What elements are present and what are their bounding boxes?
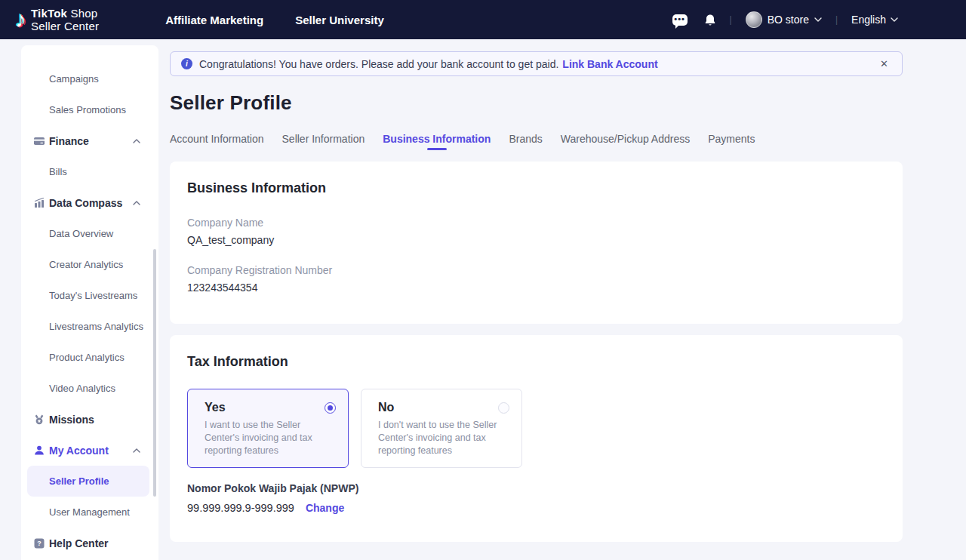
sidebar-item-label: Livestreams Analytics bbox=[49, 321, 143, 332]
sidebar-item-label: Creator Analytics bbox=[49, 259, 123, 270]
chevron-up-icon bbox=[133, 139, 140, 143]
tax-option-no[interactable]: No I don't want to use the Seller Center… bbox=[361, 389, 522, 468]
brand-text: TikTok Shop Seller Center bbox=[31, 7, 99, 32]
top-navbar: ♪ TikTok Shop Seller Center Affiliate Ma… bbox=[0, 0, 966, 39]
store-name: BO store bbox=[768, 14, 809, 26]
sidebar-item-finance[interactable]: Finance bbox=[21, 125, 158, 156]
divider: | bbox=[835, 14, 838, 25]
company-name-value: QA_test_company bbox=[187, 233, 884, 247]
sidebar-item-label: Finance bbox=[49, 135, 89, 147]
bank-account-banner: i Congratulations! You have orders. Plea… bbox=[170, 51, 903, 76]
chat-icon[interactable]: ••• bbox=[672, 14, 688, 26]
profile-tabs: Account Information Seller Information B… bbox=[170, 133, 903, 152]
bell-icon[interactable] bbox=[704, 14, 716, 26]
nav-affiliate-marketing[interactable]: Affiliate Marketing bbox=[165, 14, 263, 26]
radio-unselected-icon[interactable] bbox=[498, 402, 509, 414]
sidebar-item-label: Product Analytics bbox=[49, 352, 125, 363]
store-avatar bbox=[746, 11, 762, 28]
tax-option-yes-title: Yes bbox=[205, 401, 226, 414]
sidebar-item-label: Video Analytics bbox=[49, 383, 115, 394]
tab-brands[interactable]: Brands bbox=[509, 133, 542, 152]
medal-icon bbox=[33, 414, 45, 426]
store-switcher[interactable]: BO store bbox=[746, 11, 822, 28]
sidebar-item-campaigns[interactable]: Campaigns bbox=[21, 63, 158, 94]
credit-card-icon bbox=[33, 135, 45, 147]
close-icon[interactable]: ✕ bbox=[877, 57, 891, 71]
business-information-heading: Business Information bbox=[187, 180, 884, 196]
sidebar-item-label: User Management bbox=[49, 506, 130, 518]
business-information-card: Business Information Company Name QA_tes… bbox=[170, 162, 903, 324]
top-right-controls: ••• | BO store | English bbox=[672, 11, 898, 28]
sidebar-item-data-overview[interactable]: Data Overview bbox=[21, 218, 158, 249]
nav-seller-university[interactable]: Seller University bbox=[295, 14, 384, 26]
question-icon: ? bbox=[33, 537, 45, 549]
tax-option-no-title: No bbox=[378, 401, 394, 414]
sidebar-item-help-center[interactable]: ? Help Center bbox=[21, 528, 158, 558]
tax-options: Yes I want to use the Seller Center's in… bbox=[187, 389, 884, 468]
sidebar-item-missions[interactable]: Missions bbox=[21, 404, 158, 435]
main-content: i Congratulations! You have orders. Plea… bbox=[170, 39, 903, 560]
radio-selected-icon[interactable] bbox=[325, 402, 336, 414]
sidebar-item-data-compass[interactable]: Data Compass bbox=[21, 187, 158, 218]
tax-option-yes[interactable]: Yes I want to use the Seller Center's in… bbox=[187, 389, 349, 468]
company-name-label: Company Name bbox=[187, 216, 884, 229]
company-registration-number-value: 123243544354 bbox=[187, 281, 884, 294]
sidebar-item-livestreams-analytics[interactable]: Livestreams Analytics bbox=[21, 311, 158, 342]
brand-shop: Shop bbox=[71, 7, 98, 20]
sidebar-item-label: Today's Livestreams bbox=[49, 290, 137, 301]
company-registration-number-label: Company Registration Number bbox=[187, 263, 884, 277]
npwp-value: 99.999.999.9-999.999 bbox=[187, 502, 294, 514]
sidebar-item-sales-promotions[interactable]: Sales Promotions bbox=[21, 94, 158, 125]
tab-business-information[interactable]: Business Information bbox=[383, 133, 491, 152]
company-registration-number-field: Company Registration Number 123243544354 bbox=[187, 263, 884, 294]
tax-information-heading: Tax Information bbox=[187, 354, 884, 370]
brand-tiktok: TikTok bbox=[31, 7, 67, 20]
person-icon bbox=[33, 445, 45, 457]
chevron-down-icon bbox=[814, 17, 822, 22]
sidebar-item-product-analytics[interactable]: Product Analytics bbox=[21, 342, 158, 373]
info-icon: i bbox=[181, 58, 192, 69]
sidebar-item-user-management[interactable]: User Management bbox=[21, 497, 158, 528]
tax-information-card: Tax Information Yes I want to use the Se… bbox=[170, 335, 903, 542]
chevron-up-icon bbox=[133, 448, 140, 453]
link-bank-account-link[interactable]: Link Bank Account bbox=[562, 58, 657, 70]
change-npwp-link[interactable]: Change bbox=[306, 502, 344, 514]
brand-logo[interactable]: ♪ TikTok Shop Seller Center bbox=[15, 7, 99, 32]
page-title: Seller Profile bbox=[170, 91, 903, 115]
npwp-row: 99.999.999.9-999.999 Change bbox=[187, 502, 884, 514]
sidebar-item-seller-profile[interactable]: Seller Profile bbox=[27, 466, 149, 497]
chevron-down-icon bbox=[891, 17, 898, 22]
sidebar-item-todays-livestreams[interactable]: Today's Livestreams bbox=[21, 280, 158, 311]
company-name-field: Company Name QA_test_company bbox=[187, 216, 884, 247]
sidebar-item-video-analytics[interactable]: Video Analytics bbox=[21, 373, 158, 404]
tax-option-yes-description: I want to use the Seller Center's invoic… bbox=[205, 419, 336, 457]
sidebar-item-label: Data Overview bbox=[49, 228, 113, 239]
tiktok-note-icon: ♪ bbox=[15, 8, 26, 31]
tab-warehouse-pickup-address[interactable]: Warehouse/Pickup Address bbox=[561, 133, 690, 152]
sidebar-item-label: Data Compass bbox=[49, 197, 122, 209]
sidebar: Campaigns Sales Promotions Finance Bills… bbox=[21, 45, 158, 560]
sidebar-scrollbar[interactable] bbox=[153, 249, 156, 497]
tax-option-no-description: I don't want to use the Seller Center's … bbox=[378, 419, 509, 457]
banner-text: Congratulations! You have orders. Please… bbox=[199, 58, 558, 70]
sidebar-item-my-account[interactable]: My Account bbox=[21, 435, 158, 466]
language-label: English bbox=[851, 14, 886, 26]
bar-chart-icon bbox=[33, 197, 45, 209]
sidebar-item-creator-analytics[interactable]: Creator Analytics bbox=[21, 249, 158, 280]
sidebar-item-label: Help Center bbox=[49, 537, 109, 549]
sidebar-item-bills[interactable]: Bills bbox=[21, 156, 158, 187]
divider: | bbox=[730, 14, 732, 25]
tab-seller-information[interactable]: Seller Information bbox=[282, 133, 365, 152]
svg-text:?: ? bbox=[37, 540, 42, 547]
brand-seller-center: Seller Center bbox=[31, 20, 99, 32]
sidebar-item-label: Campaigns bbox=[49, 73, 99, 85]
sidebar-item-label: Bills bbox=[49, 166, 67, 177]
sidebar-item-label: Missions bbox=[49, 414, 94, 426]
tab-payments[interactable]: Payments bbox=[708, 133, 755, 152]
tab-account-information[interactable]: Account Information bbox=[170, 133, 264, 152]
chevron-up-icon bbox=[133, 201, 140, 205]
top-nav-links: Affiliate Marketing Seller University bbox=[165, 14, 384, 26]
sidebar-item-label: My Account bbox=[49, 445, 109, 457]
language-selector[interactable]: English bbox=[851, 14, 898, 26]
npwp-label: Nomor Pokok Wajib Pajak (NPWP) bbox=[187, 482, 884, 495]
